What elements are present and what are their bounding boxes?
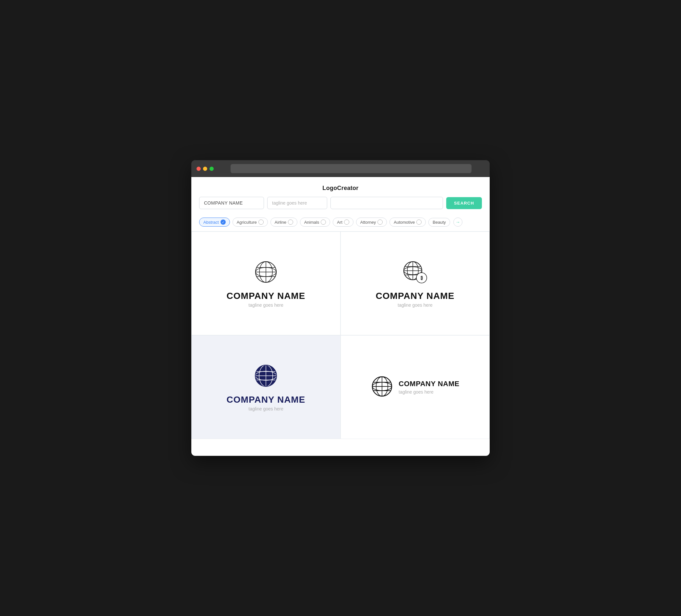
tagline-2: tagline goes here bbox=[398, 303, 432, 308]
logo-card-1[interactable]: COMPANY NAME tagline goes here bbox=[191, 231, 340, 335]
filter-attorney[interactable]: Attorney bbox=[356, 217, 387, 227]
company-name-1: COMPANY NAME bbox=[227, 291, 305, 301]
company-name-input[interactable] bbox=[199, 197, 264, 209]
company-name-2: COMPANY NAME bbox=[376, 291, 455, 301]
tagline-4: tagline goes here bbox=[399, 389, 459, 394]
filter-agriculture[interactable]: Agriculture bbox=[232, 217, 268, 227]
check-icon bbox=[321, 220, 326, 225]
check-icon bbox=[344, 220, 349, 225]
logo-inline-text-4: COMPANY NAME tagline goes here bbox=[399, 380, 459, 394]
check-icon: ✓ bbox=[221, 220, 226, 225]
check-icon bbox=[377, 220, 383, 225]
filter-label: Animals bbox=[304, 220, 319, 225]
browser-titlebar bbox=[191, 160, 490, 177]
filter-airline[interactable]: Airline bbox=[271, 217, 297, 227]
filter-label: Beauty bbox=[433, 220, 446, 225]
filter-label: Abstract bbox=[203, 220, 219, 225]
filter-art[interactable]: Art bbox=[333, 217, 353, 227]
app-content: LogoCreator SEARCH Abstract ✓ Agricultur… bbox=[191, 177, 490, 456]
close-button[interactable] bbox=[197, 166, 201, 171]
svg-text:₿: ₿ bbox=[421, 275, 423, 280]
maximize-button[interactable] bbox=[209, 166, 214, 171]
logo-inline-row-4: COMPANY NAME tagline goes here bbox=[371, 375, 459, 399]
logo-grid: COMPANY NAME tagline goes here bbox=[191, 231, 490, 439]
filter-abstract[interactable]: Abstract ✓ bbox=[199, 217, 230, 227]
logo-card-2[interactable]: ₿ COMPANY NAME tagline goes here bbox=[340, 231, 490, 335]
tagline-3: tagline goes here bbox=[248, 406, 283, 411]
filter-automotive[interactable]: Automotive bbox=[389, 217, 426, 227]
traffic-lights bbox=[197, 166, 214, 171]
filter-label: Attorney bbox=[360, 220, 376, 225]
company-name-4: COMPANY NAME bbox=[399, 380, 459, 388]
check-icon bbox=[258, 220, 263, 225]
globe-icon-1 bbox=[253, 259, 279, 286]
globe-filled-icon-3 bbox=[253, 363, 279, 390]
filter-animals[interactable]: Animals bbox=[300, 217, 330, 227]
filter-label: Art bbox=[337, 220, 343, 225]
filter-label: Airline bbox=[275, 220, 286, 225]
search-bar: SEARCH bbox=[191, 197, 490, 209]
browser-window: LogoCreator SEARCH Abstract ✓ Agricultur… bbox=[191, 160, 490, 456]
industry-input[interactable] bbox=[330, 197, 443, 209]
company-name-3: COMPANY NAME bbox=[227, 394, 305, 405]
filter-beauty[interactable]: Beauty bbox=[428, 218, 450, 227]
search-button[interactable]: SEARCH bbox=[446, 197, 482, 209]
logo-card-4[interactable]: COMPANY NAME tagline goes here bbox=[340, 335, 490, 439]
filter-label: Automotive bbox=[394, 220, 415, 225]
tagline-1: tagline goes here bbox=[248, 303, 283, 308]
globe-inline-icon-4 bbox=[371, 375, 393, 399]
filter-bar: Abstract ✓ Agriculture Airline Animals A… bbox=[191, 214, 490, 231]
check-icon bbox=[288, 220, 293, 225]
logo-card-3[interactable]: COMPANY NAME tagline goes here bbox=[191, 335, 340, 439]
filter-label: Agriculture bbox=[237, 220, 257, 225]
globe-btc-icon-2: ₿ bbox=[401, 259, 430, 286]
minimize-button[interactable] bbox=[203, 166, 207, 171]
app-title: LogoCreator bbox=[191, 177, 490, 197]
check-icon bbox=[417, 220, 422, 225]
address-bar[interactable] bbox=[231, 164, 472, 173]
filter-next-button[interactable]: → bbox=[453, 217, 462, 227]
tagline-input[interactable] bbox=[267, 197, 327, 209]
